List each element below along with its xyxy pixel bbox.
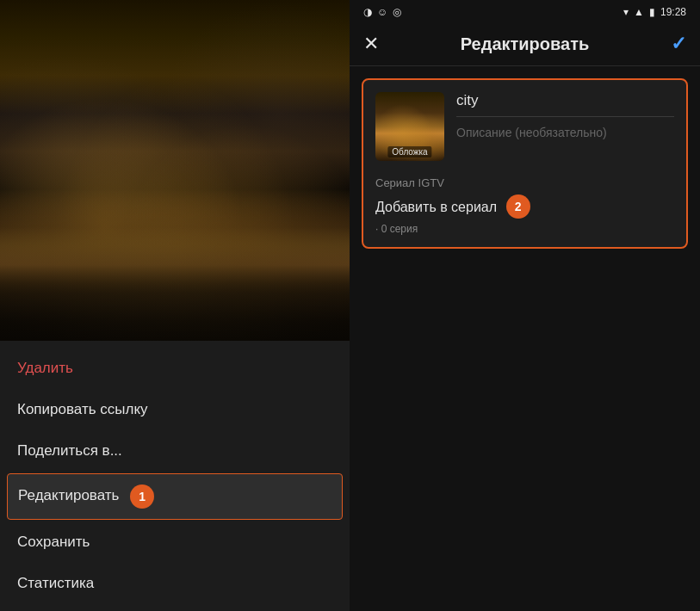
copy-link-menu-item[interactable]: Копировать ссылку (0, 389, 350, 430)
save-menu-item[interactable]: Сохранить (0, 522, 350, 563)
series-section-label: Сериал IGTV (375, 176, 674, 189)
edit-menu-item[interactable]: Редактировать 1 (7, 473, 343, 520)
signal-icon: ▲ (634, 6, 644, 18)
add-series-button[interactable]: Добавить в сериал 2 (375, 196, 674, 220)
confirm-button[interactable]: ✓ (671, 33, 686, 55)
edit-fields: city Описание (необязательно) (456, 92, 674, 139)
notification-icon: ◑ (363, 6, 372, 18)
edit-header: ✕ Редактировать ✓ (350, 24, 700, 66)
page-title: Редактировать (461, 34, 590, 54)
city-video-thumbnail (0, 0, 350, 379)
message-icon: ☺ (377, 6, 387, 18)
share-menu-item[interactable]: Поделиться в... (0, 430, 350, 472)
left-panel: Удалить Копировать ссылку Поделиться в..… (0, 0, 350, 611)
delete-menu-item[interactable]: Удалить (0, 348, 350, 389)
edit-card: Обложка city Описание (необязательно) Се… (362, 78, 688, 249)
series-number: · 0 серия (375, 223, 674, 235)
time-display: 19:28 (660, 6, 686, 18)
status-icons-left: ◑ ☺ ◎ (363, 6, 401, 18)
badge-1: 1 (130, 484, 154, 509)
add-series-label: Добавить в сериал (375, 200, 497, 214)
description-field[interactable]: Описание (необязательно) (456, 126, 674, 139)
stats-menu-item[interactable]: Статистика (0, 563, 350, 604)
wifi-icon: ▾ (623, 6, 629, 18)
status-right: ▾ ▲ ▮ 19:28 (623, 6, 686, 18)
edit-label: Редактировать (18, 487, 119, 503)
badge-2: 2 (506, 194, 530, 219)
battery-icon: ▮ (649, 6, 655, 18)
cover-label: Обложка (387, 146, 431, 157)
series-section: Сериал IGTV Добавить в сериал 2 · 0 сери… (375, 176, 674, 235)
city-overlay (0, 189, 350, 361)
right-panel: ◑ ☺ ◎ ▾ ▲ ▮ 19:28 ✕ Редактировать ✓ Обло… (350, 0, 700, 611)
cover-thumbnail[interactable]: Обложка (375, 92, 444, 161)
status-bar: ◑ ☺ ◎ ▾ ▲ ▮ 19:28 (350, 0, 700, 24)
activity-icon: ◎ (393, 6, 401, 18)
edit-card-top: Обложка city Описание (необязательно) (375, 92, 674, 161)
close-button[interactable]: ✕ (363, 33, 379, 55)
context-menu: Удалить Копировать ссылку Поделиться в..… (0, 341, 350, 611)
title-field[interactable]: city (456, 92, 674, 117)
